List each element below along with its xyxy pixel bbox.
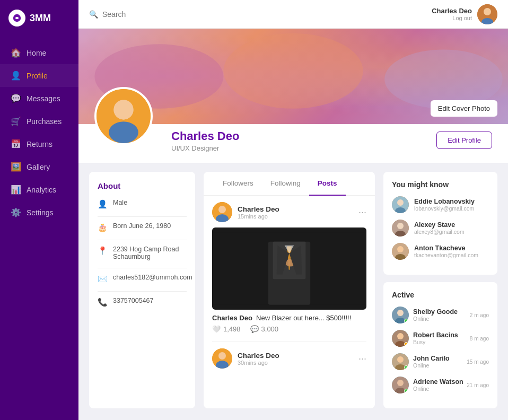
messages-icon: 💬: [11, 93, 20, 103]
about-email-text: charles5182@ummoh.com: [113, 274, 192, 281]
svg-point-35: [397, 310, 404, 316]
post-more-2[interactable]: ···: [358, 353, 366, 364]
app-name: 3MM: [30, 13, 51, 24]
active-status-1: Online: [413, 316, 458, 322]
sidebar-nav: 🏠 Home 👤 Profile 💬 Messages 🛒 Purchases …: [0, 36, 78, 224]
about-birthday-text: Born June 26, 1980: [113, 222, 171, 230]
suggest-item-1: Eddie Lobanovskiy lobanovskiy@gmail.com: [392, 196, 489, 213]
suggest-email-2: alexey8@gmail.com: [414, 229, 465, 235]
tab-followers[interactable]: Followers: [214, 172, 262, 196]
svg-point-5: [223, 33, 363, 109]
about-gender: 👤 Male: [98, 199, 187, 209]
suggest-item-3: Anton Tkacheve tkachevanton@gmail.com: [392, 243, 489, 260]
post-stats-1: 🤍 1,498 💬 3,000: [212, 325, 366, 333]
sidebar-item-purchases[interactable]: 🛒 Purchases: [0, 110, 78, 133]
active-left-1: Shelby Goode Online: [392, 307, 458, 323]
edit-cover-photo-button[interactable]: Edit Cover Photo: [431, 100, 497, 117]
active-left-4: Adriene Watson Online: [392, 377, 463, 393]
svg-point-32: [397, 246, 404, 252]
profile-info: Charles Deo UI/UX Designer: [171, 124, 239, 152]
online-dot-3: [404, 365, 408, 370]
tab-posts[interactable]: Posts: [309, 172, 346, 196]
search-area: 🔍: [89, 10, 208, 19]
active-name-3: John Carilo: [413, 355, 450, 362]
logout-link[interactable]: Log out: [432, 15, 472, 21]
suggest-avatar-3: [392, 243, 409, 260]
post-time-1: 15mins ago: [238, 213, 279, 220]
about-gender-text: Male: [113, 199, 127, 206]
suggest-name-3: Anton Tkacheve: [414, 244, 478, 252]
active-item-3: John Carilo Online 15 m ago: [392, 353, 489, 370]
suggest-item-2: Alexey Stave alexey8@gmail.com: [392, 220, 489, 237]
divider-4: [98, 291, 187, 292]
profile-header: Charles Deo UI/UX Designer Edit Profile: [78, 124, 508, 163]
svg-point-10: [113, 100, 133, 119]
suggest-name-1: Eddie Lobanovskiy: [414, 198, 475, 205]
svg-point-23: [218, 352, 226, 360]
post-username-1: Charles Deo: [238, 205, 279, 213]
right-sidebar: You might know Eddie Lobanovskiy lobanov…: [383, 172, 497, 408]
active-time-4: 21 m ago: [467, 382, 489, 388]
about-phone-text: 33757005467: [113, 297, 153, 304]
user-area: Charles Deo Log out: [432, 4, 497, 24]
post-more-1[interactable]: ···: [358, 207, 366, 218]
returns-icon: 📅: [11, 139, 20, 149]
suggest-info-1: Eddie Lobanovskiy lobanovskiy@gmail.com: [414, 198, 475, 212]
active-name-2: Robert Bacins: [413, 331, 458, 339]
active-status-2: Busy: [413, 339, 458, 345]
sidebar-item-returns[interactable]: 📅 Returns: [0, 133, 78, 155]
post-item: Charles Deo 15mins ago ···: [212, 202, 366, 333]
posts-card: Followers Following Posts: [204, 172, 375, 408]
sidebar: 3MM 🏠 Home 👤 Profile 💬 Messages 🛒 Purcha…: [0, 0, 78, 420]
profile-area: Edit Cover Photo Charles Deo UI/UX Desig…: [78, 29, 508, 417]
search-input[interactable]: [102, 10, 208, 19]
svg-point-38: [397, 333, 404, 339]
suggest-info-2: Alexey Stave alexey8@gmail.com: [414, 221, 465, 235]
post-avatar: [212, 202, 232, 222]
active-status-4: Online: [413, 386, 463, 392]
search-icon: 🔍: [89, 10, 98, 19]
suggest-info-3: Anton Tkacheve tkachevanton@gmail.com: [414, 244, 478, 258]
divider-2: [98, 240, 187, 240]
posts-list: Charles Deo 15mins ago ···: [204, 196, 375, 383]
suggest-avatar-1: [392, 196, 409, 213]
analytics-icon: 📊: [11, 185, 20, 195]
you-might-know-title: You might know: [392, 180, 489, 189]
svg-point-2: [484, 8, 491, 15]
online-dot-4: [404, 389, 408, 393]
svg-point-9: [109, 121, 138, 143]
active-name-1: Shelby Goode: [413, 308, 458, 316]
profile-body: About 👤 Male 🎂 Born June 26, 1980 📍 2239…: [78, 163, 508, 417]
gallery-icon: 🖼️: [11, 162, 20, 172]
sidebar-item-home[interactable]: 🏠 Home: [0, 41, 78, 64]
sidebar-item-settings[interactable]: ⚙️ Settings: [0, 201, 78, 224]
sidebar-item-profile[interactable]: 👤 Profile: [0, 64, 78, 87]
post-item-2: Charles Deo 30mins ago ···: [212, 348, 366, 369]
post-user-info-2: Charles Deo 30mins ago: [212, 348, 279, 369]
sidebar-label-returns: Returns: [27, 140, 52, 148]
settings-icon: ⚙️: [11, 207, 20, 217]
about-birthday: 🎂 Born June 26, 1980: [98, 222, 187, 232]
sidebar-item-gallery[interactable]: 🖼️ Gallery: [0, 155, 78, 178]
edit-profile-button[interactable]: Edit Profile: [436, 132, 492, 149]
post-caption-1: Charles Deo New Blazer out here... $500!…: [212, 314, 366, 322]
sidebar-item-analytics[interactable]: 📊 Analytics: [0, 178, 78, 201]
active-avatar-3: [392, 353, 409, 370]
heart-icon: 🤍: [212, 325, 221, 333]
comment-icon: 💬: [250, 325, 259, 333]
sidebar-item-messages[interactable]: 💬 Messages: [0, 87, 78, 110]
post-time-2: 30mins ago: [238, 360, 279, 366]
divider-1: [98, 216, 187, 217]
svg-point-44: [397, 380, 404, 386]
about-address-text: 2239 Hog Camp Road Schaumburg: [113, 246, 187, 260]
tab-following[interactable]: Following: [262, 172, 309, 196]
suggest-email-1: lobanovskiy@gmail.com: [414, 205, 475, 212]
topbar-avatar: [477, 4, 497, 24]
sidebar-label-settings: Settings: [27, 208, 54, 217]
profile-title: UI/UX Designer: [171, 144, 239, 152]
main-content: 🔍 Charles Deo Log out: [78, 0, 508, 420]
logo-icon: [8, 10, 25, 27]
location-icon: 📍: [98, 246, 108, 256]
gender-icon: 👤: [98, 199, 108, 209]
active-left-2: Robert Bacins Busy: [392, 330, 458, 347]
